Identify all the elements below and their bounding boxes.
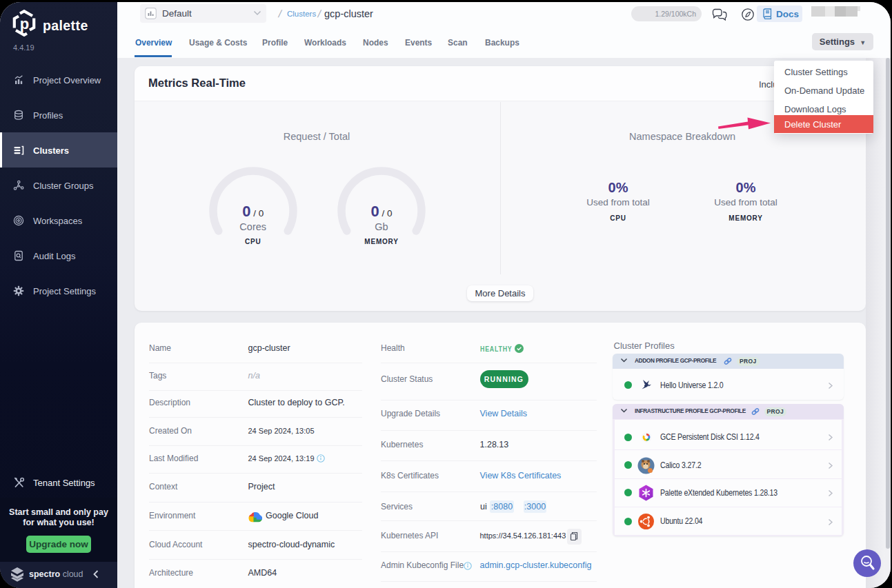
svg-text:p: p: [20, 15, 29, 32]
